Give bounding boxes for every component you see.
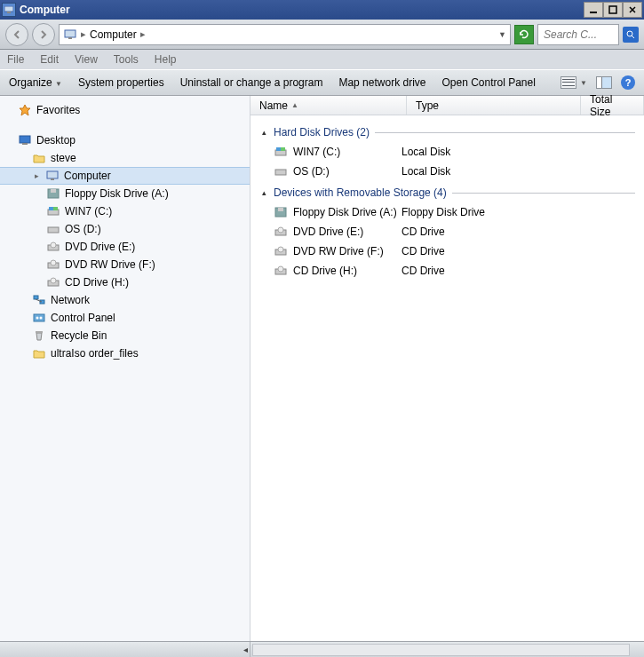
column-type[interactable]: Type <box>407 96 581 115</box>
breadcrumb-segment[interactable]: Computer <box>90 28 137 41</box>
recycle-icon <box>32 328 46 343</box>
tree-label: Favorites <box>36 104 80 116</box>
help-icon[interactable]: ? <box>621 75 635 90</box>
drive-icon <box>274 164 288 178</box>
divider <box>375 132 635 133</box>
group-label: Devices with Removable Storage (4) <box>274 186 447 199</box>
address-dropdown[interactable]: ▼ <box>498 30 506 39</box>
disc-icon <box>46 275 60 289</box>
system-properties-button[interactable]: System properties <box>78 76 164 89</box>
collapse-icon[interactable]: ▴ <box>259 188 268 197</box>
disc-icon <box>46 257 60 272</box>
svg-rect-3 <box>609 6 616 13</box>
svg-point-31 <box>36 317 39 320</box>
tree-recycle-bin[interactable]: Recycle Bin <box>0 327 250 344</box>
drive-type: Local Disk <box>402 165 570 178</box>
maximize-button[interactable] <box>603 2 623 18</box>
svg-rect-2 <box>590 12 597 13</box>
menu-file[interactable]: File <box>7 53 24 66</box>
group-label: Hard Disk Drives (2) <box>274 126 370 139</box>
divider <box>452 193 635 194</box>
svg-point-41 <box>278 227 283 233</box>
drive-row[interactable]: WIN7 (C:) Local Disk <box>259 142 635 162</box>
preview-pane-button[interactable] <box>596 76 612 89</box>
scroll-left-icon[interactable]: ◂ <box>243 645 248 654</box>
svg-rect-37 <box>275 170 286 175</box>
tree-user[interactable]: steve <box>0 149 250 167</box>
uninstall-button[interactable]: Uninstall or change a program <box>180 76 323 89</box>
tree-label: DVD Drive (E:) <box>65 241 135 253</box>
svg-line-9 <box>632 36 634 38</box>
tree-drive-dvd[interactable]: DVD Drive (E:) <box>0 238 250 256</box>
drive-icon <box>46 204 60 218</box>
tree-network[interactable]: Network <box>0 291 250 309</box>
close-button[interactable] <box>623 2 642 18</box>
control-panel-icon <box>32 311 46 325</box>
search-input[interactable] <box>542 28 615 42</box>
svg-point-45 <box>278 266 283 272</box>
tree-label: Floppy Disk Drive (A:) <box>65 187 169 200</box>
map-drive-button[interactable]: Map network drive <box>338 76 425 89</box>
search-button[interactable] <box>623 27 639 43</box>
minimize-button[interactable] <box>584 2 603 18</box>
drive-name: Floppy Disk Drive (A:) <box>293 206 397 218</box>
organize-button[interactable]: Organize ▼ <box>9 76 62 89</box>
forward-button[interactable] <box>32 23 55 46</box>
computer-icon <box>2 3 16 17</box>
menu-tools[interactable]: Tools <box>114 53 139 66</box>
horizontal-scrollbar[interactable] <box>252 644 630 656</box>
menu-edit[interactable]: Edit <box>40 53 59 66</box>
svg-point-22 <box>51 242 56 248</box>
drive-list[interactable]: ▴ Hard Disk Drives (2) WIN7 (C:) Local D… <box>250 115 644 641</box>
tree-desktop[interactable]: Desktop <box>0 131 250 149</box>
computer-icon <box>63 28 77 42</box>
view-options[interactable]: ▼ <box>561 76 587 89</box>
drive-row[interactable]: CD Drive (H:) CD Drive <box>259 261 635 281</box>
tree-label: Control Panel <box>51 312 115 324</box>
drive-row[interactable]: DVD Drive (E:) CD Drive <box>259 222 635 241</box>
nav-bar: ▸ Computer ▸ ▼ <box>0 20 644 50</box>
refresh-button[interactable] <box>514 25 534 44</box>
svg-rect-7 <box>68 37 72 39</box>
network-icon <box>32 293 46 307</box>
tree-computer[interactable]: ▸ Computer <box>0 167 250 185</box>
tree-control-panel[interactable]: Control Panel <box>0 309 250 327</box>
navigation-tree[interactable]: Favorites Desktop steve ▸ Computer Flopp… <box>0 96 250 641</box>
drive-type: Floppy Disk Drive <box>402 206 570 218</box>
column-totalsize[interactable]: Total Size <box>581 96 644 115</box>
drive-name: CD Drive (H:) <box>293 265 357 277</box>
tree-label: Desktop <box>36 134 76 146</box>
column-name[interactable]: Name▲ <box>250 96 407 115</box>
tree-drive-win7[interactable]: WIN7 (C:) <box>0 202 250 220</box>
tree-drive-cd[interactable]: CD Drive (H:) <box>0 273 250 291</box>
control-panel-button[interactable]: Open Control Panel <box>441 76 535 89</box>
drive-name: WIN7 (C:) <box>293 146 340 158</box>
group-removable[interactable]: ▴ Devices with Removable Storage (4) <box>259 186 635 199</box>
tree-drive-floppy[interactable]: Floppy Disk Drive (A:) <box>0 185 250 202</box>
back-button[interactable] <box>5 23 28 46</box>
drive-type: Local Disk <box>402 146 570 158</box>
menu-view[interactable]: View <box>75 53 98 66</box>
tree-drive-os[interactable]: OS (D:) <box>0 220 250 238</box>
tree-folder[interactable]: ultraIso order_files <box>0 344 250 362</box>
drive-row[interactable]: Floppy Disk Drive (A:) Floppy Disk Drive <box>259 202 635 222</box>
svg-rect-39 <box>278 208 283 211</box>
tree-favorites[interactable]: Favorites <box>0 101 250 119</box>
disc-icon <box>274 264 288 278</box>
drive-row[interactable]: OS (D:) Local Disk <box>259 162 635 181</box>
tree-label: steve <box>51 152 76 164</box>
disc-icon <box>274 225 288 239</box>
toolbar: Organize ▼ System properties Uninstall o… <box>0 69 644 96</box>
svg-marker-10 <box>20 105 30 115</box>
collapse-icon[interactable]: ▴ <box>259 128 268 137</box>
address-bar[interactable]: ▸ Computer ▸ ▼ <box>59 24 511 45</box>
menu-help[interactable]: Help <box>155 53 177 66</box>
drive-row[interactable]: DVD RW Drive (F:) CD Drive <box>259 241 635 261</box>
svg-point-24 <box>51 260 56 265</box>
search-box[interactable] <box>537 24 619 45</box>
tree-drive-dvdrw[interactable]: DVD RW Drive (F:) <box>0 256 250 273</box>
content-area: Name▲ Type Total Size ▴ Hard Disk Drives… <box>250 96 644 641</box>
breadcrumb-sep[interactable]: ▸ <box>140 28 146 40</box>
group-hdd[interactable]: ▴ Hard Disk Drives (2) <box>259 126 635 139</box>
expand-icon[interactable]: ▸ <box>32 171 41 180</box>
